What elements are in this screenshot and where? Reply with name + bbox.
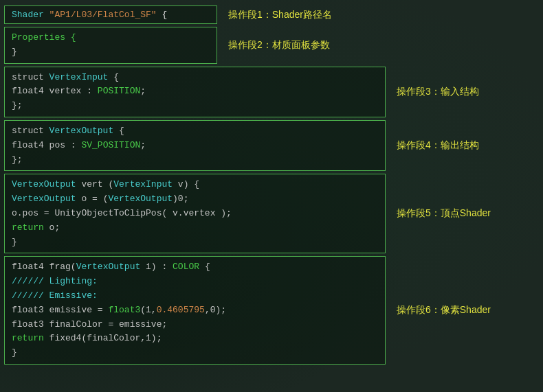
ff-line3: ////// Emissive: [12, 289, 378, 303]
properties-line2: } [12, 45, 210, 60]
vo-line3: }; [12, 153, 378, 168]
ff-line2: ////// Lighting: [12, 275, 378, 289]
properties-row: Properties { } 操作段2：材质面板参数 [4, 27, 539, 64]
shader-row: Shader "AP1/L03/FlatCol_SF" { 操作段1：Shade… [4, 5, 539, 24]
shader-path: "AP1/L03/FlatCol_SF" [49, 10, 157, 20]
ann-6: 操作段6：像素Shader [386, 256, 491, 365]
vf-line4: return o; [12, 221, 378, 235]
vf-line2: VertexOutput o = (VertexOutput)0; [12, 192, 378, 207]
vi-line2: float4 vertex : POSITION; [12, 84, 378, 99]
shader-keyword: Shader [12, 10, 49, 20]
ann-3: 操作段3：输入结构 [386, 67, 479, 117]
vi-line1: struct VertexInput { [12, 71, 378, 85]
vf-line5: } [12, 235, 378, 250]
ff-line6: return fixed4(finalColor,1); [12, 332, 378, 346]
vertex-output-block: struct VertexOutput { float4 pos : SV_PO… [4, 120, 386, 171]
ff-line5: float3 finalColor = emissive; [12, 318, 378, 332]
ann-5: 操作段5：顶点Shader [386, 174, 491, 253]
properties-line1: Properties { [12, 31, 210, 45]
shader-brace: { [157, 10, 168, 20]
ann-1: 操作段1：Shader路径名 [217, 9, 332, 21]
vi-line3: }; [12, 99, 378, 113]
vertex-input-row: struct VertexInput { float4 vertex : POS… [4, 67, 539, 117]
vf-line1: VertexOutput vert (VertexInput v) { [12, 178, 378, 192]
properties-block: Properties { } [4, 27, 217, 64]
frag-function-block: float4 frag(VertexOutput i) : COLOR { //… [4, 256, 386, 365]
ff-line7: } [12, 346, 378, 360]
ff-line1: float4 frag(VertexOutput i) : COLOR { [12, 260, 378, 275]
ff-line4: float3 emissive = float3(1,0.4605795,0); [12, 303, 378, 318]
vo-line2: float4 pos : SV_POSITION; [12, 139, 378, 153]
ann-4: 操作段4：输出结构 [386, 120, 479, 171]
shader-line-block: Shader "AP1/L03/FlatCol_SF" { [4, 5, 217, 24]
vf-line3: o.pos = UnityObjectToClipPos( v.vertex )… [12, 207, 378, 221]
vo-line1: struct VertexOutput { [12, 124, 378, 139]
vertex-input-block: struct VertexInput { float4 vertex : POS… [4, 67, 386, 117]
frag-function-row: float4 frag(VertexOutput i) : COLOR { //… [4, 256, 539, 365]
vert-function-block: VertexOutput vert (VertexInput v) { Vert… [4, 174, 386, 253]
vert-function-row: VertexOutput vert (VertexInput v) { Vert… [4, 174, 539, 253]
ann-2: 操作段2：材质面板参数 [217, 27, 330, 64]
vertex-output-row: struct VertexOutput { float4 pos : SV_PO… [4, 120, 539, 171]
